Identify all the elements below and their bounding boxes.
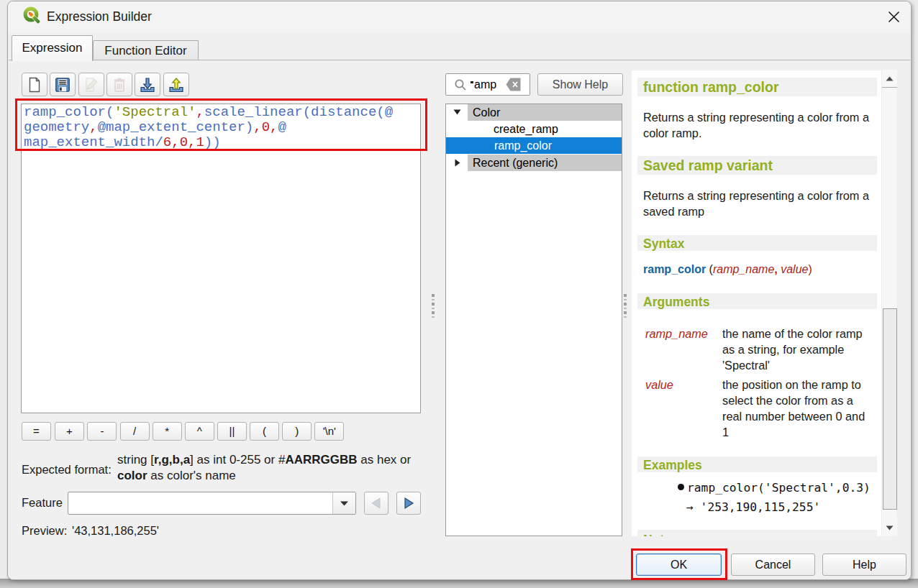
search-value: amp (474, 78, 496, 92)
operator-button-5[interactable]: ^ (185, 422, 214, 441)
close-button[interactable] (883, 7, 904, 26)
syntax-line: ramp_color (ramp_name, value) (643, 263, 812, 276)
format-text-segment: as color's name (147, 469, 236, 482)
feature-combobox[interactable] (68, 492, 356, 515)
tree-item-label: ramp_color (494, 138, 552, 154)
help-paragraph-2: Returns a string representing a color fr… (643, 188, 869, 219)
help-text-line: 1 (722, 426, 729, 438)
operator-button-4[interactable]: * (153, 422, 182, 441)
window-title: Expression Builder (47, 8, 152, 25)
help-text-line: the name of the color ramp (722, 327, 863, 340)
cancel-button[interactable]: Cancel (731, 553, 815, 576)
annotation-box-ok (631, 548, 727, 580)
preview-label: Preview: (22, 523, 67, 538)
scroll-up-button[interactable] (882, 70, 897, 88)
example-line-2: → '253,190,115,255' (686, 500, 820, 514)
help-variant-title: Saved ramp variant (643, 157, 773, 174)
show-help-button[interactable]: Show Help (537, 73, 623, 96)
help-text-line: real number between 0 and (722, 410, 865, 423)
delete-expression-button[interactable] (106, 73, 132, 96)
preview-value: '43,131,186,255' (72, 523, 159, 538)
help-paragraph-1: Returns a string representing a color fr… (643, 109, 869, 141)
example-line-1: ramp_color('Spectral',0.3) (687, 481, 871, 495)
export-expression-button[interactable] (163, 73, 189, 96)
syntax-token: , (774, 263, 781, 275)
export-icon (168, 76, 185, 93)
operator-button-6[interactable]: || (217, 422, 247, 441)
help-text-line: select the color from as a (722, 394, 853, 407)
notes-heading: Notes (643, 533, 678, 536)
qgis-logo-icon (23, 6, 42, 25)
operator-button-0[interactable]: = (22, 422, 51, 441)
edit-expression-button[interactable] (78, 73, 104, 96)
help-text-line: as a string, for example (722, 343, 844, 356)
tree-group-recent[interactable]: Recent (generic) (446, 155, 622, 171)
expanded-arrow-icon[interactable] (453, 109, 461, 115)
help-button[interactable]: Help (822, 553, 906, 576)
arg-value-desc: the position on the ramp toselect the co… (722, 377, 865, 440)
syntax-heading: Syntax (643, 236, 684, 252)
arg-ramp-name: ramp_name (645, 327, 708, 341)
operator-button-7[interactable]: ( (250, 422, 279, 441)
tree-item-label: Color (473, 105, 500, 121)
scrollbar-thumb[interactable] (883, 308, 897, 510)
tree-group-color[interactable]: Color (446, 104, 622, 121)
close-icon (888, 11, 900, 23)
function-tree: Color create_ramp ramp_color Recent (gen… (445, 104, 622, 536)
collapsed-arrow-icon[interactable] (455, 159, 460, 167)
help-text-line: Returns a string representing a color fr… (643, 111, 869, 124)
clear-search-icon[interactable] (506, 78, 521, 91)
tab-function-editor[interactable]: Function Editor (93, 40, 199, 60)
operator-button-3[interactable]: / (120, 422, 150, 441)
help-text-line: 'Spectral' (722, 359, 770, 372)
help-scrollbar[interactable] (881, 70, 896, 536)
operator-button-1[interactable]: + (55, 422, 84, 441)
splitter-handle-right[interactable] (624, 294, 627, 318)
operator-button-2[interactable]: - (87, 422, 117, 441)
trash-icon (111, 76, 128, 93)
tree-item-create-ramp[interactable]: create_ramp (446, 121, 622, 137)
previous-arrow-icon (371, 497, 382, 510)
format-text-segment: ] as int 0-255 or # (190, 453, 285, 467)
help-title: function ramp_color (643, 79, 779, 96)
feature-label: Feature (22, 495, 63, 510)
syntax-token: ( (706, 263, 713, 275)
format-text-segment: color (117, 469, 147, 482)
format-text-segment: r,g,b,a (154, 453, 190, 467)
previous-feature-button[interactable] (364, 492, 388, 515)
import-expression-button[interactable] (135, 73, 160, 96)
syntax-token: value (781, 263, 808, 275)
operator-button-8[interactable]: ) (282, 422, 312, 441)
help-text-line: the position on the ramp to (722, 378, 861, 391)
arguments-heading: Arguments (643, 295, 709, 310)
examples-heading: Examples (643, 458, 702, 473)
next-feature-button[interactable] (396, 492, 421, 515)
new-file-icon (26, 76, 43, 93)
save-expression-button[interactable] (50, 73, 76, 96)
search-input[interactable]: amp (445, 73, 530, 96)
arg-ramp-name-desc: the name of the color rampas a string, f… (722, 326, 863, 373)
tree-item-label: create_ramp (494, 121, 558, 137)
format-text-segment: string [ (117, 453, 154, 467)
combo-dropdown-button[interactable] (332, 492, 355, 514)
text-cursor (471, 81, 473, 83)
save-icon (54, 76, 71, 93)
format-text-segment: as hex or (358, 453, 412, 467)
tree-item-ramp-color[interactable]: ramp_color (446, 137, 622, 154)
screenshot-stage: Expression Builder Function Editor Expre… (0, 0, 918, 588)
scroll-down-button[interactable] (882, 519, 897, 536)
syntax-token: ) (808, 263, 812, 275)
format-text-segment: AARRGGBB (285, 453, 357, 467)
help-text-line: Returns a string representing a color fr… (643, 189, 869, 202)
tab-expression[interactable]: Expression (12, 35, 93, 61)
operator-button-9[interactable]: '\n' (314, 422, 344, 441)
syntax-token: ramp_color (643, 263, 706, 275)
new-expression-button[interactable] (22, 73, 47, 96)
chevron-down-icon (340, 501, 348, 506)
expected-format-line2: color as color's name (117, 468, 236, 484)
expected-format-line1: string [r,g,b,a] as int 0-255 or #AARRGG… (117, 452, 411, 468)
scroll-down-icon (886, 525, 894, 530)
splitter-handle-left[interactable] (432, 294, 435, 318)
scroll-up-icon (886, 76, 894, 81)
edit-pencil-icon (83, 76, 100, 93)
